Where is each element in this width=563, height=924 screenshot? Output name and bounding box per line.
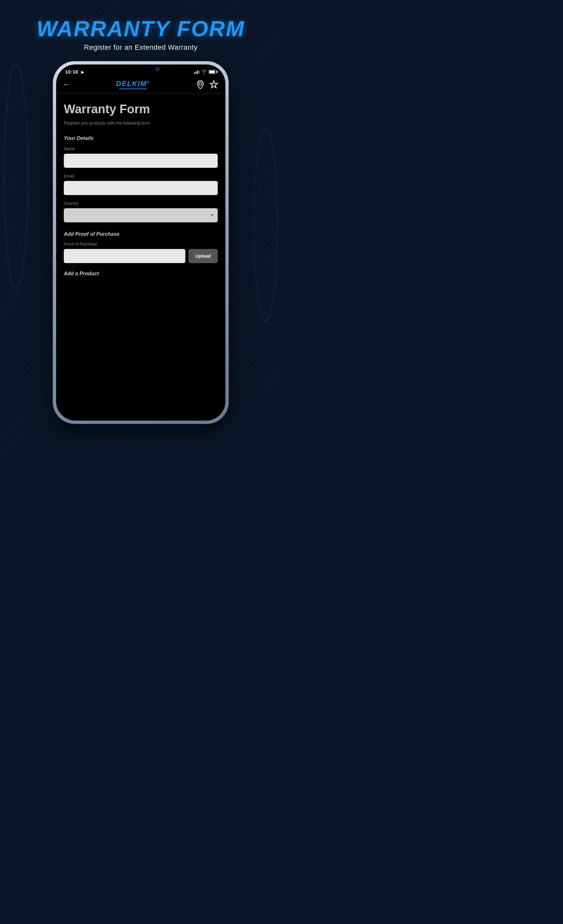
page-title: WARRANTY FORM [0, 18, 282, 39]
form-title: Warranty Form [64, 102, 218, 116]
your-details-heading: Your Details [64, 135, 218, 141]
nav-action-icons [196, 80, 218, 89]
page-header: WARRANTY FORM Register for an Extended W… [0, 0, 282, 61]
camera-dot [156, 67, 159, 71]
location-arrow-icon: ▶ [81, 70, 84, 74]
page-subtitle: Register for an Extended Warranty [0, 44, 282, 52]
status-icons [194, 69, 216, 74]
battery-icon [209, 70, 216, 74]
upload-button[interactable]: Upload [189, 249, 218, 263]
svg-point-0 [199, 82, 202, 85]
proof-label: Proof of Purchase [64, 242, 218, 246]
back-button[interactable]: ← [63, 80, 70, 88]
country-select[interactable] [64, 208, 218, 222]
country-label: Country [64, 201, 218, 206]
location-icon[interactable] [196, 80, 205, 89]
app-logo: DELKIM® [116, 80, 150, 89]
app-content: Warranty Form Register you products with… [56, 93, 225, 411]
name-input[interactable] [64, 154, 218, 168]
app-navbar: ← DELKIM® [56, 77, 225, 93]
name-label: Name [64, 146, 218, 151]
phone-outer: 10:18 ▶ [53, 61, 229, 424]
signal-icon [194, 70, 200, 74]
add-product-heading: Add a Product [64, 271, 218, 276]
status-time: 10:18 ▶ [65, 69, 84, 74]
phone-notch [115, 64, 166, 74]
email-input[interactable] [64, 181, 218, 195]
phone-inner: 10:18 ▶ [56, 64, 225, 421]
add-proof-heading: Add Proof of Purchase [64, 231, 218, 237]
proof-input[interactable] [64, 249, 185, 263]
bookmark-icon[interactable] [210, 80, 218, 89]
phone-wrapper: 10:18 ▶ [0, 61, 282, 424]
form-description: Register you products with the following… [64, 120, 218, 126]
email-label: Email [64, 174, 218, 178]
wifi-icon [202, 69, 207, 74]
upload-row: Upload [64, 249, 218, 263]
